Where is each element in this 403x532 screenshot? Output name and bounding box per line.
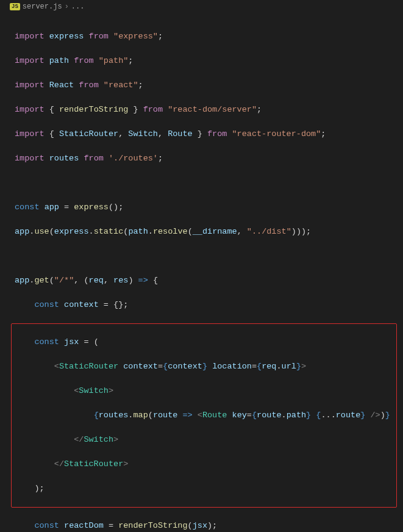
breadcrumb-ellipsis[interactable]: ... [71,2,85,11]
code-editor[interactable]: import express from "express"; import pa… [0,13,403,532]
code-line[interactable]: const jsx = ( [15,336,393,348]
breadcrumb[interactable]: JS server.js › ... [0,0,403,13]
breadcrumb-filename[interactable]: server.js [23,2,62,11]
code-line[interactable]: app.use(express.static(path.resolve(__di… [15,226,403,238]
code-line[interactable]: import React from "react"; [15,79,403,92]
code-line[interactable]: </Switch> [15,434,393,446]
code-line[interactable] [15,177,403,189]
code-line[interactable]: {routes.map(route => <Route key={route.p… [15,409,393,422]
code-line[interactable]: <Switch> [15,385,393,397]
code-line[interactable]: import path from "path"; [15,55,403,67]
code-line[interactable]: <StaticRouter context={context} location… [15,361,393,373]
code-line[interactable]: import { renderToString } from "react-do… [15,104,403,116]
code-line[interactable]: const app = express(); [15,201,403,214]
code-line[interactable]: const reactDom = renderToString(jsx); [15,520,403,532]
code-line[interactable]: ); [15,483,393,495]
code-line[interactable]: const context = {}; [15,299,403,311]
js-file-icon: JS [10,3,20,10]
highlighted-code-block: const jsx = ( <StaticRouter context={con… [11,323,397,508]
code-line[interactable]: import { StaticRouter, Switch, Route } f… [15,128,403,140]
code-line[interactable]: import routes from './routes'; [15,153,403,165]
code-line[interactable] [15,250,403,262]
code-line[interactable]: </StaticRouter> [15,458,393,470]
code-line[interactable]: import express from "express"; [15,31,403,43]
code-line[interactable]: app.get("/*", (req, res) => { [15,275,403,287]
chevron-right-icon: › [65,2,69,11]
